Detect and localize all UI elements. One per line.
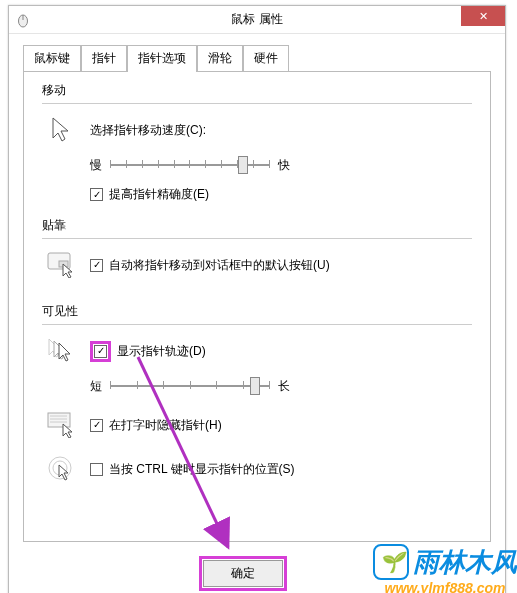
speed-slider[interactable] bbox=[110, 154, 270, 176]
tab-pointer-options[interactable]: 指针选项 bbox=[127, 45, 197, 72]
window-title: 鼠标 属性 bbox=[231, 11, 282, 28]
hide-typing-label: 在打字时隐藏指针(H) bbox=[109, 417, 222, 434]
close-button[interactable]: ✕ bbox=[461, 6, 505, 26]
short-label: 短 bbox=[90, 378, 102, 395]
slow-label: 慢 bbox=[90, 157, 102, 174]
tab-hardware[interactable]: 硬件 bbox=[243, 45, 289, 72]
svg-rect-4 bbox=[48, 413, 70, 427]
hide-typing-icon bbox=[46, 409, 78, 441]
ok-button[interactable]: 确定 bbox=[203, 560, 283, 587]
section-snap-label: 贴靠 bbox=[42, 217, 472, 234]
speed-slider-thumb[interactable] bbox=[238, 156, 248, 174]
watermark-brand: 雨林木风 bbox=[413, 545, 517, 580]
section-visibility: 可见性 ✓ 显示指针轨迹(D) 短 bbox=[42, 303, 472, 493]
trails-checkbox[interactable]: ✓ bbox=[94, 345, 107, 358]
trails-highlight: ✓ bbox=[90, 341, 111, 362]
watermark-logo-icon: 🌱 bbox=[373, 544, 409, 580]
watermark-url: www.ylmf888.com bbox=[373, 580, 517, 593]
precision-checkbox[interactable]: ✓ bbox=[90, 188, 103, 201]
trails-icon bbox=[46, 335, 78, 367]
section-move: 移动 选择指针移动速度(C): 慢 bbox=[42, 82, 472, 203]
cursor-icon bbox=[46, 114, 78, 146]
tab-panel: 移动 选择指针移动速度(C): 慢 bbox=[23, 72, 491, 542]
tabstrip: 鼠标键 指针 指针选项 滑轮 硬件 bbox=[23, 44, 491, 72]
ctrl-locate-icon bbox=[46, 453, 78, 485]
tab-pointers[interactable]: 指针 bbox=[81, 45, 127, 72]
fast-label: 快 bbox=[278, 157, 290, 174]
trails-label: 显示指针轨迹(D) bbox=[117, 343, 206, 360]
ok-highlight: 确定 bbox=[199, 556, 287, 591]
section-snap: 贴靠 ✓ 自动将指针移动到对话框中的默认按钮(U) bbox=[42, 217, 472, 289]
trails-slider[interactable] bbox=[110, 375, 270, 397]
tab-buttons[interactable]: 鼠标键 bbox=[23, 45, 81, 72]
mouse-properties-window: 鼠标 属性 ✕ 鼠标键 指针 指针选项 滑轮 硬件 移动 选择指针移动速度(C)… bbox=[8, 5, 506, 593]
long-label: 长 bbox=[278, 378, 290, 395]
precision-label: 提高指针精确度(E) bbox=[109, 186, 209, 203]
snap-icon bbox=[46, 249, 78, 281]
snap-label: 自动将指针移动到对话框中的默认按钮(U) bbox=[109, 257, 330, 274]
ctrl-locate-label: 当按 CTRL 键时显示指针的位置(S) bbox=[109, 461, 295, 478]
speed-label: 选择指针移动速度(C): bbox=[90, 122, 206, 139]
trails-slider-thumb[interactable] bbox=[250, 377, 260, 395]
ctrl-locate-checkbox[interactable] bbox=[90, 463, 103, 476]
mouse-icon bbox=[15, 12, 31, 28]
titlebar[interactable]: 鼠标 属性 ✕ bbox=[9, 6, 505, 34]
section-visibility-label: 可见性 bbox=[42, 303, 472, 320]
hide-typing-checkbox[interactable]: ✓ bbox=[90, 419, 103, 432]
snap-checkbox[interactable]: ✓ bbox=[90, 259, 103, 272]
watermark: 🌱 雨林木风 www.ylmf888.com bbox=[373, 544, 517, 593]
section-move-label: 移动 bbox=[42, 82, 472, 99]
tab-wheel[interactable]: 滑轮 bbox=[197, 45, 243, 72]
